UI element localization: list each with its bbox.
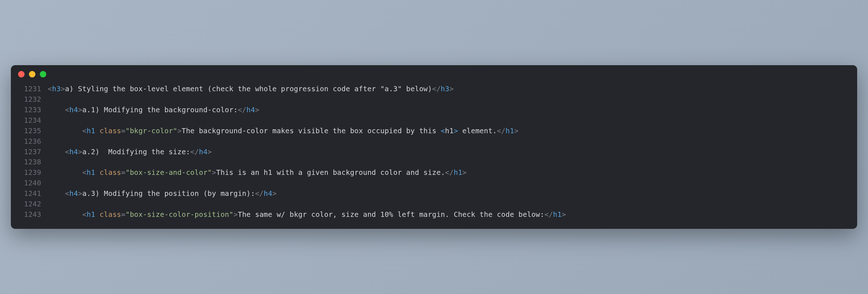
token-punct: < [82, 210, 87, 219]
token-punct: </ [497, 127, 506, 135]
token-text: h1 [445, 127, 454, 135]
token-tag: h4 [69, 189, 78, 198]
token-tag: h1 [553, 210, 562, 219]
line-number: 1232 [20, 94, 41, 105]
token-punct: = [121, 210, 125, 219]
token-attr: class [99, 127, 121, 135]
line-content: <h4>a.3) Modifying the position (by marg… [48, 189, 277, 199]
token-text: element. [458, 127, 497, 135]
window-titlebar [11, 65, 857, 80]
code-line[interactable]: 1233 <h4>a.1) Modifying the background-c… [20, 105, 848, 116]
token-punct: </ [432, 85, 441, 93]
maximize-icon[interactable] [40, 71, 46, 77]
code-line[interactable]: 1231<h3>a) Styling the box-level element… [20, 84, 848, 94]
token-punct: > [177, 127, 182, 135]
token-text [95, 168, 99, 177]
token-punct: > [78, 189, 82, 198]
line-number: 1239 [20, 168, 41, 178]
token-punct: </ [238, 106, 246, 114]
token-punct: > [61, 85, 65, 93]
token-punct: > [208, 148, 212, 156]
token-tag: h4 [69, 148, 78, 156]
token-punct: </ [190, 148, 199, 156]
code-line[interactable]: 1243 <h1 class="box-size-color-position"… [20, 210, 848, 220]
line-number: 1243 [20, 210, 41, 220]
token-punct: </ [445, 168, 454, 177]
token-tag: h1 [86, 127, 95, 135]
token-punct: </ [255, 189, 264, 198]
code-editor-area[interactable]: 1231<h3>a) Styling the box-level element… [11, 80, 857, 228]
token-punct: = [121, 168, 125, 177]
token-text: a) Styling the box-level element (check … [65, 85, 432, 93]
line-number: 1234 [20, 116, 41, 126]
line-number: 1233 [20, 105, 41, 116]
token-punct: < [82, 127, 87, 135]
token-punct: < [48, 85, 52, 93]
token-text: a.1) Modifying the background-color: [82, 106, 238, 114]
token-entity: > [454, 127, 458, 135]
token-punct: > [78, 148, 82, 156]
line-number: 1231 [20, 84, 41, 94]
token-punct: > [449, 85, 454, 93]
editor-window: 1231<h3>a) Styling the box-level element… [11, 65, 857, 228]
code-line[interactable]: 1238 [20, 157, 848, 168]
token-tag: h4 [69, 106, 78, 114]
token-punct: > [514, 127, 519, 135]
token-punct: > [255, 106, 259, 114]
code-line[interactable]: 1240 [20, 178, 848, 189]
line-content: <h3>a) Styling the box-level element (ch… [48, 84, 454, 94]
token-attr: class [99, 210, 121, 219]
token-text [95, 127, 99, 135]
token-punct: < [65, 106, 69, 114]
token-tag: h1 [506, 127, 514, 135]
token-tag: h4 [199, 148, 208, 156]
line-number: 1238 [20, 157, 41, 168]
token-punct: < [65, 189, 69, 198]
token-punct: > [462, 168, 467, 177]
code-line[interactable]: 1235 <h1 class="bkgr-color">The backgrou… [20, 126, 848, 136]
token-tag: h4 [264, 189, 272, 198]
line-number: 1241 [20, 189, 41, 199]
token-punct: > [272, 189, 277, 198]
token-attr: class [99, 168, 121, 177]
token-punct: > [212, 168, 216, 177]
code-line[interactable]: 1232 [20, 94, 848, 105]
token-tag: h1 [454, 168, 462, 177]
token-string: "box-size-and-color" [125, 168, 212, 177]
line-number: 1236 [20, 136, 41, 147]
token-punct: = [121, 127, 125, 135]
token-punct: > [233, 210, 238, 219]
token-tag: h1 [86, 210, 95, 219]
token-punct: </ [544, 210, 553, 219]
token-punct: < [82, 168, 87, 177]
line-number: 1240 [20, 178, 41, 189]
token-text: The background-color makes visible the b… [182, 127, 441, 135]
token-text [95, 210, 99, 219]
token-text: a.2) Modifying the size: [82, 148, 191, 156]
token-tag: h3 [441, 85, 450, 93]
line-number: 1242 [20, 199, 41, 210]
code-line[interactable]: 1234 [20, 116, 848, 126]
line-content: <h4>a.1) Modifying the background-color:… [48, 105, 259, 116]
line-content: <h1 class="box-size-color-position">The … [48, 210, 566, 220]
token-text: This is an h1 with a given background co… [216, 168, 445, 177]
line-number: 1235 [20, 126, 41, 136]
token-punct: > [562, 210, 566, 219]
minimize-icon[interactable] [29, 71, 35, 77]
token-text: a.3) Modifying the position (by margin): [82, 189, 255, 198]
code-line[interactable]: 1239 <h1 class="box-size-and-color">This… [20, 168, 848, 178]
token-text: The same w/ bkgr color, size and 10% lef… [238, 210, 544, 219]
token-string: "box-size-color-position" [125, 210, 234, 219]
close-icon[interactable] [18, 71, 25, 77]
code-line[interactable]: 1242 [20, 199, 848, 210]
token-tag: h4 [246, 106, 255, 114]
code-line[interactable]: 1236 [20, 136, 848, 147]
line-content: <h1 class="bkgr-color">The background-co… [48, 126, 519, 136]
code-line[interactable]: 1241 <h4>a.3) Modifying the position (by… [20, 189, 848, 199]
code-line[interactable]: 1237 <h4>a.2) Modifying the size:</h4> [20, 147, 848, 158]
token-entity: < [441, 127, 445, 135]
token-tag: h3 [52, 85, 61, 93]
line-content: <h1 class="box-size-and-color">This is a… [48, 168, 467, 178]
token-punct: < [65, 148, 69, 156]
line-number: 1237 [20, 147, 41, 158]
